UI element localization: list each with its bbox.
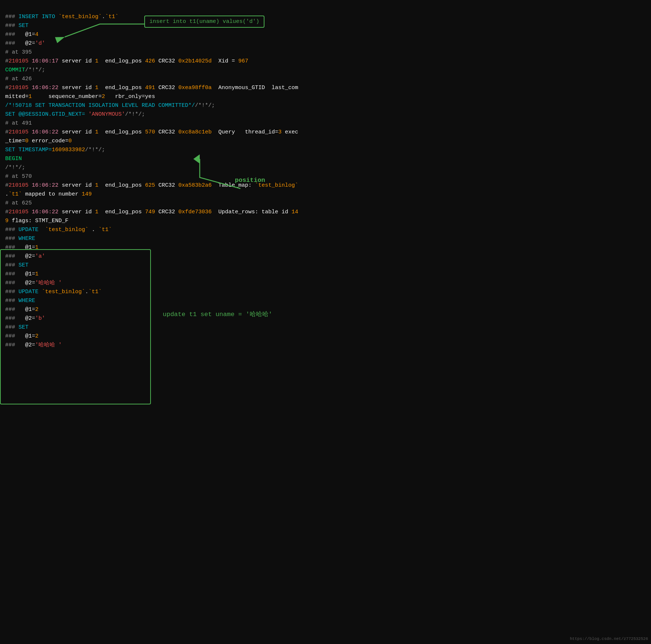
line-5: # at 395 [5,49,32,55]
line-35: ### @2='b' [5,315,45,322]
line-6: #210105 16:06:17 server id 1 end_log_pos… [5,58,248,64]
line-29: ### SET [5,262,28,268]
watermark: https://blog.csdn.net/z772532526 [570,637,648,641]
line-28: ### @2='a' [5,253,45,260]
line-15: _time=0 error_code=0 [5,138,72,144]
line-38: ### @2='哈哈哈 ' [5,342,62,348]
line-18: /*!*/; [5,165,25,171]
line-26: ### WHERE [5,235,35,242]
line-37: ### @1=2 [5,333,38,339]
insert-annotation-box: insert into t1(uname) values('d') [144,16,264,28]
update-annotation: update t1 set uname = '哈哈哈' [163,310,272,318]
line-10: mitted=1 sequence_number=2 rbr_only=yes [5,94,155,100]
line-1: ### INSERT INTO `test_binlog`.`t1` [5,14,118,20]
line-33: ### WHERE [5,298,35,304]
line-23: #210105 16:06:22 server id 1 end_log_pos… [5,209,298,215]
line-22: # at 625 [5,200,32,206]
line-8: # at 426 [5,76,32,82]
code-output: ### INSERT INTO `test_binlog`.`t1` ### S… [5,4,646,350]
line-9: #210105 16:06:22 server id 1 end_log_pos… [5,85,298,91]
line-34: ### @1=2 [5,306,38,313]
line-25: ### UPDATE `test_binlog` . `t1` [5,227,112,233]
line-12: SET @@SESSION.GTID_NEXT= 'ANONYMOUS'/*!*… [5,111,145,118]
line-31: ### @2='哈哈哈 ' [5,280,62,286]
position-annotation: position [235,177,265,184]
line-32: ### UPDATE `test_binlog`.`t1` [5,289,102,295]
line-11: /*!50718 SET TRANSACTION ISOLATION LEVEL… [5,102,215,109]
line-14: #210105 16:06:22 server id 1 end_log_pos… [5,129,298,135]
line-21: .`t1` mapped to number 149 [5,191,92,197]
line-16: SET TIMESTAMP=1609833982/*!*/; [5,147,105,153]
line-19: # at 570 [5,173,32,180]
line-36: ### SET [5,324,28,331]
line-4: ### @2='d' [5,40,45,47]
line-3: ### @1=4 [5,31,38,38]
line-7: COMMIT/*!*/; [5,67,45,73]
line-30: ### @1=1 [5,271,38,277]
line-2: ### SET [5,23,28,29]
line-24: 9 flags: STMT_END_F [5,218,68,224]
line-17: BEGIN [5,156,22,162]
insert-annotation-text: insert into t1(uname) values('d') [149,18,259,25]
line-27: ### @1=1 [5,244,38,251]
line-13: # at 491 [5,120,32,126]
